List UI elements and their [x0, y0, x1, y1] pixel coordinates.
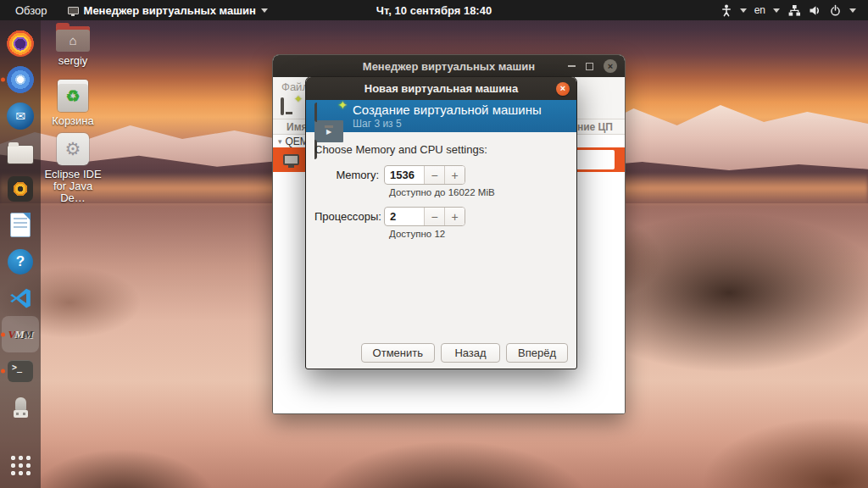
memory-label: Memory:	[314, 169, 384, 181]
cpu-spinbox: − +	[384, 207, 465, 226]
desktop-icon-label: Eclipse IDE for Java De…	[41, 169, 105, 204]
cancel-button[interactable]: Отменить	[361, 343, 435, 363]
chevron-down-icon	[849, 8, 856, 13]
column-header-cpu-usage[interactable]: ние ЦП	[577, 121, 613, 133]
create-vm-icon: ▶ ✦	[314, 105, 343, 127]
wizard-step: Шаг 3 из 5	[353, 118, 542, 130]
show-applications-button[interactable]	[2, 446, 39, 483]
cpu-decrease-button[interactable]: −	[424, 208, 444, 225]
new-star-icon: ✦	[337, 98, 348, 112]
back-button[interactable]: Назад	[441, 343, 500, 363]
column-header-name[interactable]: Имя	[287, 121, 308, 133]
usb-drive-icon	[14, 397, 28, 418]
wizard-body: Choose Memory and CPU settings: Memory: …	[306, 132, 576, 369]
dock-item-chromium[interactable]	[2, 61, 39, 97]
desktop-icon-trash[interactable]: ♻ Корзина	[41, 80, 105, 127]
network-icon[interactable]	[787, 4, 801, 17]
desktop-screen: ⌂ sergiy ♻ Корзина ⚙ Eclipse IDE for Jav…	[0, 0, 868, 488]
close-button[interactable]: ×	[604, 59, 617, 73]
virt-manager-icon: VMM	[8, 328, 33, 341]
activities-button[interactable]: Обзор	[15, 4, 47, 17]
volume-icon[interactable]	[809, 4, 821, 17]
wizard-header: ▶ ✦ Создание виртуальной машины Шаг 3 из…	[306, 100, 576, 132]
vm-monitor-icon	[283, 154, 299, 165]
desktop-icon-home[interactable]: ⌂ sergiy	[41, 26, 105, 67]
cpu-row: Процессоры: − +	[314, 207, 568, 226]
dock-item-terminal[interactable]	[2, 352, 39, 389]
files-icon	[8, 146, 33, 164]
app-menu-label: Менеджер виртуальных машин	[84, 4, 256, 17]
memory-spinbox: − +	[384, 165, 465, 185]
vmm-window-title: Менеджер виртуальных машин	[363, 60, 535, 73]
maximize-button[interactable]	[586, 63, 593, 70]
dock-item-rhythmbox[interactable]	[2, 170, 39, 207]
keyboard-layout-indicator[interactable]: en	[754, 4, 765, 16]
vmm-titlebar[interactable]: Менеджер виртуальных машин ×	[273, 55, 625, 77]
new-vm-button[interactable]: ✦	[281, 99, 301, 116]
dock-item-usb[interactable]	[2, 389, 39, 425]
firefox-icon	[7, 30, 34, 57]
app-menu-button[interactable]: Менеджер виртуальных машин	[68, 4, 268, 17]
memory-hint: Доступно до 16022 MiB	[389, 187, 568, 197]
dock: ✉ ? VMM	[0, 20, 41, 488]
vm-app-icon	[68, 7, 79, 14]
help-icon: ?	[8, 249, 33, 274]
expander-icon[interactable]: ▾	[278, 137, 282, 146]
new-vm-dialog: Новая виртуальная машина × ▶ ✦ Создание …	[305, 76, 577, 369]
chevron-down-icon	[773, 8, 780, 13]
desktop-icon-label: Корзина	[52, 115, 94, 127]
wizard-buttons: Отменить Назад Вперёд	[361, 343, 568, 363]
libreoffice-writer-icon	[10, 213, 31, 237]
memory-decrease-button[interactable]: −	[424, 166, 444, 184]
eclipse-installer-icon: ⚙	[57, 133, 89, 165]
home-folder-icon: ⌂	[56, 26, 90, 52]
show-applications-icon	[9, 454, 31, 476]
window-controls: ×	[568, 55, 617, 77]
cpu-input[interactable]	[385, 208, 424, 225]
new-star-icon: ✦	[294, 93, 303, 105]
dock-item-virt-manager[interactable]: VMM	[2, 316, 39, 352]
monitor-icon	[281, 97, 284, 115]
dialog-title: Новая виртуальная машина	[364, 82, 518, 95]
top-bar: Обзор Менеджер виртуальных машин Чт, 10 …	[0, 0, 868, 20]
dock-item-thunderbird[interactable]: ✉	[2, 97, 39, 134]
dock-item-vscode[interactable]	[2, 280, 39, 316]
wizard-title: Создание виртуальной машины	[353, 103, 542, 117]
dock-item-firefox[interactable]	[2, 25, 39, 61]
dock-item-files[interactable]	[2, 134, 39, 170]
memory-increase-button[interactable]: +	[444, 166, 465, 184]
accessibility-icon[interactable]	[721, 4, 732, 17]
desktop-icon-label: sergiy	[58, 55, 88, 67]
chevron-down-icon	[740, 8, 747, 13]
cpu-hint: Доступно 12	[389, 229, 568, 239]
trash-icon: ♻	[58, 80, 88, 112]
memory-row: Memory: − +	[314, 165, 568, 185]
memory-input[interactable]	[385, 166, 424, 184]
forward-button[interactable]: Вперёд	[506, 343, 568, 363]
settings-prompt: Choose Memory and CPU settings:	[314, 143, 568, 156]
minimize-button[interactable]	[568, 65, 576, 67]
dialog-titlebar[interactable]: Новая виртуальная машина ×	[306, 77, 576, 100]
vscode-icon	[8, 286, 32, 310]
cpu-increase-button[interactable]: +	[444, 208, 465, 225]
thunderbird-icon: ✉	[7, 103, 34, 130]
desktop-icon-eclipse[interactable]: ⚙ Eclipse IDE for Java De…	[41, 133, 105, 204]
dock-item-help[interactable]: ?	[2, 243, 39, 280]
dialog-close-button[interactable]: ×	[556, 82, 570, 96]
system-status-area[interactable]: en	[721, 4, 868, 17]
chromium-icon	[7, 66, 34, 93]
rhythmbox-icon	[8, 176, 33, 202]
chevron-down-icon	[261, 8, 268, 13]
dock-item-writer[interactable]	[2, 207, 39, 243]
clock[interactable]: Чт, 10 сентября 18:40	[376, 4, 492, 17]
terminal-icon	[8, 360, 33, 382]
cpu-label: Процессоры:	[314, 210, 384, 223]
power-icon[interactable]	[829, 4, 842, 17]
